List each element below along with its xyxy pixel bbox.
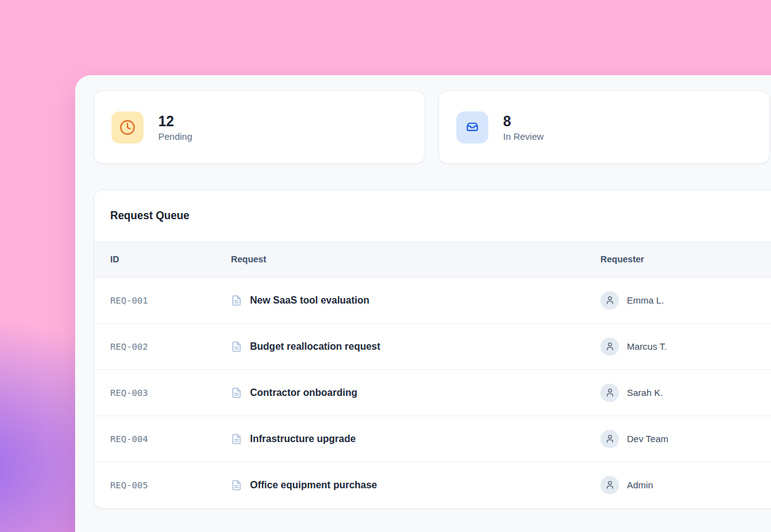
user-avatar-icon <box>600 430 619 448</box>
request-id: REQ-003 <box>94 369 231 416</box>
request-title: New SaaS tool evaluation <box>250 295 369 306</box>
table-row[interactable]: REQ-004 Infrastructure upgrade <box>94 416 771 462</box>
pending-label: Pending <box>158 131 192 142</box>
request-queue-card: Request Queue ID Request Requester REQ-0… <box>94 190 771 509</box>
requester-name: Emma L. <box>627 295 664 305</box>
table-row[interactable]: REQ-003 Contractor onboarding <box>94 369 771 416</box>
request-title: Budget reallocation request <box>250 341 381 352</box>
user-avatar-icon <box>600 291 619 310</box>
pending-count: 12 <box>158 113 192 131</box>
request-id: REQ-002 <box>94 323 231 369</box>
requester-name: Dev Team <box>627 433 668 444</box>
inbox-icon <box>456 111 488 143</box>
in-review-label: In Review <box>503 131 544 142</box>
table-row[interactable]: REQ-002 Budget reallocation request <box>94 323 771 369</box>
request-id: REQ-005 <box>94 462 231 508</box>
document-icon <box>231 387 242 398</box>
requester-name: Admin <box>627 480 653 490</box>
main-panel: 12 Pending 8 In Review Request Queue <box>75 75 771 532</box>
table-row[interactable]: REQ-001 New SaaS tool evaluation <box>94 277 771 323</box>
clock-icon <box>111 111 143 143</box>
request-id: REQ-001 <box>94 277 231 323</box>
table-row[interactable]: REQ-005 Office equipment purchase <box>94 462 771 508</box>
column-header-requester: Requester <box>600 242 771 277</box>
request-title: Contractor onboarding <box>250 387 357 398</box>
document-icon <box>231 433 242 445</box>
stats-row: 12 Pending 8 In Review <box>94 91 771 164</box>
in-review-count: 8 <box>503 113 544 131</box>
table-header-row: ID Request Requester <box>94 242 771 277</box>
request-queue-header: Request Queue <box>94 190 771 242</box>
request-table: ID Request Requester REQ-001 New SaaS <box>94 242 771 508</box>
column-header-request: Request <box>231 242 600 277</box>
column-header-id: ID <box>94 242 231 277</box>
user-avatar-icon <box>600 337 619 356</box>
user-avatar-icon <box>600 476 619 494</box>
request-title: Office equipment purchase <box>250 480 377 491</box>
document-icon <box>231 480 242 491</box>
document-icon <box>231 341 242 352</box>
user-avatar-icon <box>600 384 619 402</box>
requester-name: Sarah K. <box>627 387 663 398</box>
request-id: REQ-004 <box>94 416 231 462</box>
request-title: Infrastructure upgrade <box>250 433 356 445</box>
document-icon <box>231 295 242 306</box>
stat-card-pending: 12 Pending <box>94 91 425 164</box>
requester-name: Marcus T. <box>627 341 667 352</box>
page-title: Request Queue <box>110 209 189 222</box>
stat-card-in-review: 8 In Review <box>438 91 770 164</box>
